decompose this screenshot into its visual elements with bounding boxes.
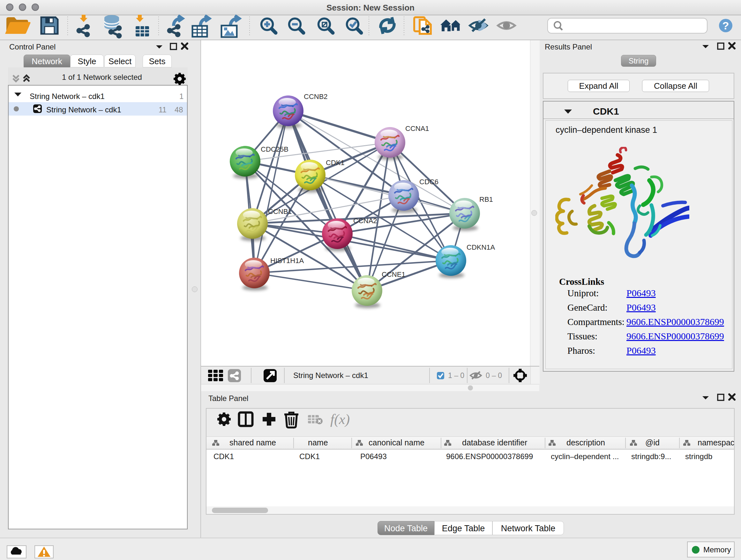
svg-text:description: description xyxy=(566,438,605,447)
svg-text:CCNB1: CCNB1 xyxy=(268,207,292,215)
svg-text:CDKN1A: CDKN1A xyxy=(467,243,495,251)
svg-text:RB1: RB1 xyxy=(479,195,493,203)
svg-text:CCNA2: CCNA2 xyxy=(353,217,377,225)
svg-text:0 – 0: 0 – 0 xyxy=(486,371,502,380)
svg-text:String Network – cdk1: String Network – cdk1 xyxy=(293,371,368,380)
svg-text:1 – 0: 1 – 0 xyxy=(448,371,464,380)
svg-text:canonical name: canonical name xyxy=(368,438,424,447)
svg-text:shared name: shared name xyxy=(229,438,276,447)
svg-text:CDK1: CDK1 xyxy=(326,159,345,167)
svg-text:CCNB2: CCNB2 xyxy=(304,92,328,101)
svg-text:database identifier: database identifier xyxy=(462,438,527,447)
svg-text:@id: @id xyxy=(645,438,660,447)
svg-text:?: ? xyxy=(723,19,729,32)
svg-text:CDC6: CDC6 xyxy=(419,178,439,186)
svg-text:f(x): f(x) xyxy=(330,412,350,427)
svg-text:namespac: namespac xyxy=(697,438,734,447)
svg-text:CCNA1: CCNA1 xyxy=(405,125,429,132)
svg-text:name: name xyxy=(308,438,328,447)
svg-text:HIST1H1A: HIST1H1A xyxy=(270,257,304,265)
svg-text:CCNE1: CCNE1 xyxy=(382,270,406,278)
svg-text:CDC25B: CDC25B xyxy=(261,145,288,153)
